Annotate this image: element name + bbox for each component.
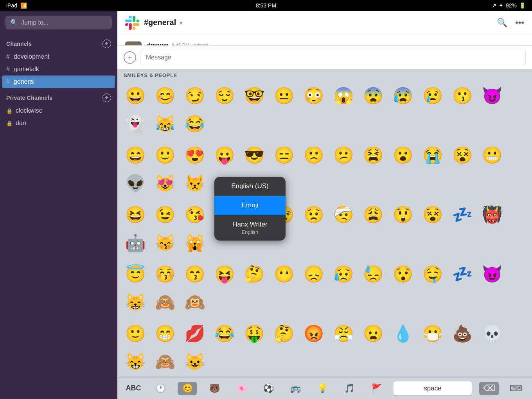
emoji-cell[interactable]: 😇 [120, 260, 150, 288]
emoji-cell[interactable]: 👻 [120, 110, 150, 138]
emoji-cell[interactable]: 🙁 [299, 141, 329, 169]
jump-to-search[interactable]: 🔍 Jump to... [5, 16, 112, 29]
emoji-cell[interactable]: 😌 [210, 81, 239, 110]
emoji-cell[interactable]: 💧 [388, 319, 418, 347]
emoji-cell[interactable]: 😀 [120, 81, 150, 110]
language-option-emoji[interactable]: Emoji [214, 196, 286, 215]
emoji-cell[interactable]: 😘 [180, 200, 210, 228]
emoji-cell[interactable]: 😉 [150, 200, 180, 228]
sidebar-item-clockwise[interactable]: 🔒 clockwise [0, 104, 117, 117]
emoji-cell[interactable]: 💩 [448, 319, 477, 347]
message-input[interactable] [140, 50, 526, 65]
sidebar-item-dan[interactable]: 🔒 dan [0, 117, 117, 129]
emoji-cell[interactable]: 🤔 [269, 319, 299, 347]
emoji-cell[interactable]: 😝 [210, 260, 239, 288]
emoji-cell[interactable]: 😓 [358, 260, 388, 288]
emoji-cell[interactable]: 😫 [358, 141, 388, 169]
emoji-cell[interactable]: 😗 [448, 81, 477, 110]
emoji-cell[interactable]: 😷 [418, 319, 448, 347]
emoji-cell[interactable]: 😸 [120, 347, 150, 376]
emoji-cell[interactable]: 😦 [358, 319, 388, 347]
message-add-button[interactable]: + [124, 51, 136, 64]
emoji-cell[interactable]: 😻 [150, 169, 180, 197]
emoji-cell[interactable]: 😽 [150, 228, 180, 257]
emoji-cell[interactable]: 😯 [388, 260, 418, 288]
symbols-emoji-button[interactable]: 🎵 [340, 383, 359, 394]
emoji-cell[interactable]: 😳 [299, 81, 329, 110]
recent-emoji-button[interactable]: 🕐 [151, 383, 170, 394]
emoji-cell[interactable]: 😾 [180, 169, 210, 197]
add-channel-button[interactable]: + [102, 40, 111, 48]
emoji-cell[interactable]: 😰 [388, 81, 418, 110]
emoji-cell[interactable]: 😵 [448, 141, 477, 169]
emoji-cell[interactable]: 🙂 [120, 319, 150, 347]
emoji-cell[interactable]: 😆 [120, 200, 150, 228]
flags-emoji-button[interactable]: 🚩 [367, 383, 386, 394]
emoji-cell[interactable]: 🤕 [329, 200, 358, 228]
emoji-cell[interactable]: 🤔 [239, 260, 269, 288]
emoji-cell[interactable]: 😨 [358, 81, 388, 110]
language-option-english[interactable]: English (US) [214, 177, 286, 196]
emoji-cell[interactable]: 😤 [329, 319, 358, 347]
emoji-cell[interactable]: 😩 [358, 200, 388, 228]
emoji-cell[interactable]: 🙂 [150, 141, 180, 169]
emoji-cell[interactable]: 🤓 [239, 81, 269, 110]
emoji-cell[interactable]: 💀 [477, 319, 507, 347]
objects-emoji-button[interactable]: 💡 [313, 383, 332, 394]
emoji-cell[interactable]: 😭 [418, 141, 448, 169]
search-icon[interactable]: 🔍 [497, 18, 507, 28]
activities-emoji-button[interactable]: ⚽ [259, 383, 278, 394]
space-button[interactable]: space [394, 381, 472, 395]
emoji-cell[interactable]: 😂 [210, 319, 239, 347]
emoji-cell[interactable]: 😱 [329, 81, 358, 110]
emoji-cell[interactable]: 😎 [239, 141, 269, 169]
emoji-cell[interactable]: 😙 [180, 260, 210, 288]
channel-dropdown-icon[interactable]: ▾ [180, 20, 183, 26]
emoji-cell[interactable]: 😚 [150, 260, 180, 288]
food-emoji-button[interactable]: 🌸 [232, 383, 251, 394]
emoji-cell[interactable]: 🙀 [180, 228, 210, 257]
emoji-cell[interactable]: 😹 [150, 110, 180, 138]
emoji-cell[interactable]: 😄 [120, 141, 150, 169]
emoji-cell[interactable]: 😂 [180, 110, 210, 138]
emoji-cell[interactable]: 😈 [477, 81, 507, 110]
emoji-cell[interactable]: 😍 [180, 141, 210, 169]
emoji-cell[interactable]: 😁 [150, 319, 180, 347]
emoji-cell[interactable]: 🤤 [418, 260, 448, 288]
emoji-cell[interactable]: 🙉 [180, 288, 210, 316]
emoji-cell[interactable]: 😊 [150, 81, 180, 110]
emoji-cell[interactable]: 🤑 [239, 319, 269, 347]
emoji-cell[interactable]: 😡 [299, 319, 329, 347]
keyboard-dismiss-button[interactable]: ⌨ [506, 383, 526, 394]
sidebar-item-gametalk[interactable]: # gametalk [0, 63, 117, 75]
emoji-cell[interactable]: 😟 [299, 200, 329, 228]
emoji-cell[interactable]: 🙈 [150, 347, 180, 376]
emoji-cell[interactable]: 😶 [269, 260, 299, 288]
emoji-cell[interactable]: 😸 [120, 288, 150, 316]
travel-emoji-button[interactable]: 🚌 [286, 383, 305, 394]
emoji-cell[interactable]: 😕 [329, 141, 358, 169]
emoji-cell[interactable]: 😏 [180, 81, 210, 110]
emoji-cell[interactable]: 😢 [418, 81, 448, 110]
emoji-cell[interactable]: 💤 [448, 260, 477, 288]
add-private-channel-button[interactable]: + [102, 93, 111, 102]
emoji-cell[interactable]: 😥 [329, 260, 358, 288]
emoji-cell[interactable]: 😵 [418, 200, 448, 228]
emoji-cell[interactable]: 😐 [269, 81, 299, 110]
emoji-cell[interactable]: 😲 [388, 200, 418, 228]
more-options-icon[interactable]: ••• [515, 18, 524, 28]
emoji-cell[interactable]: 😺 [180, 347, 210, 376]
animals-emoji-button[interactable]: 🐻 [205, 383, 224, 394]
emoji-cell[interactable]: 👽 [120, 169, 150, 197]
emoji-cell[interactable]: 😮 [388, 141, 418, 169]
delete-button[interactable]: ⌫ [479, 382, 499, 395]
smiley-emoji-button[interactable]: 😊 [178, 382, 197, 395]
emoji-cell[interactable]: 🤖 [120, 228, 150, 257]
emoji-cell[interactable]: 😬 [477, 141, 507, 169]
sidebar-item-development[interactable]: # development [0, 50, 117, 63]
emoji-cell[interactable]: 💤 [448, 200, 477, 228]
abc-button[interactable]: ABC [124, 384, 143, 392]
emoji-cell[interactable]: 👹 [477, 200, 507, 228]
messages-area[interactable]: 👨 dmoren 8:45 PM (edited) What if I just… [117, 34, 532, 45]
emoji-cell[interactable]: 💋 [180, 319, 210, 347]
